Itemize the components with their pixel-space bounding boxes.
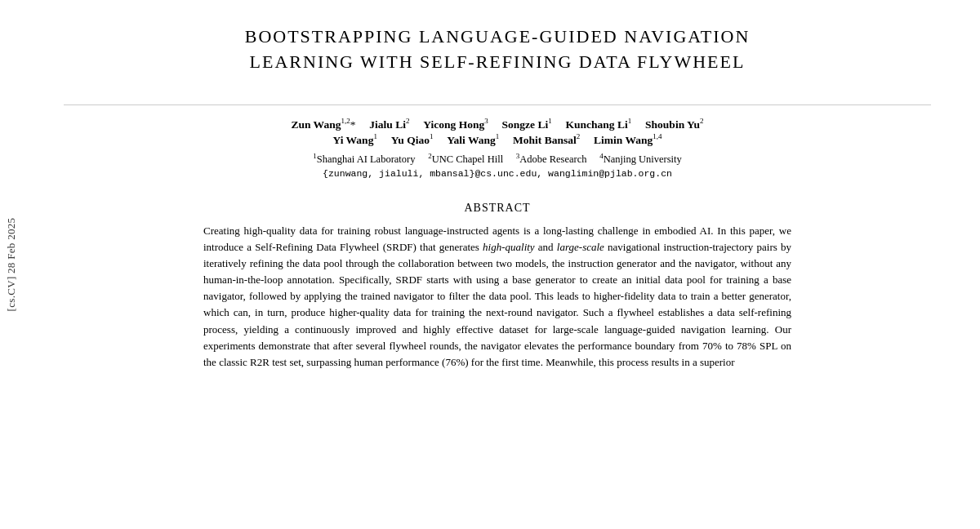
author-limin-wang: Limin Wang bbox=[594, 134, 653, 146]
author-zun-wang: Zun Wang bbox=[291, 118, 341, 130]
abstract-title: Abstract bbox=[203, 202, 791, 215]
title-divider bbox=[64, 104, 931, 105]
arxiv-side-label: [cs.CV] 28 Feb 2025 bbox=[0, 0, 23, 529]
author-mohit-bansal: Mohit Bansal bbox=[513, 134, 577, 146]
author-yali-wang: Yali Wang bbox=[447, 134, 495, 146]
authors-line1: Zun Wang1,2* Jialu Li2 Yicong Hong3 Song… bbox=[291, 117, 703, 131]
paper-content: Bootstrapping Language-Guided Navigation… bbox=[23, 0, 980, 529]
page-container: [cs.CV] 28 Feb 2025 Bootstrapping Langua… bbox=[0, 0, 980, 529]
arxiv-side-label-text: [cs.CV] 28 Feb 2025 bbox=[5, 218, 18, 312]
paper-title: Bootstrapping Language-Guided Navigation… bbox=[245, 24, 751, 75]
author-yicong-hong: Yicong Hong bbox=[423, 118, 484, 130]
author-shoubin-yu: Shoubin Yu bbox=[645, 118, 700, 130]
author-kunchang-li: Kunchang Li bbox=[566, 118, 628, 130]
affiliations-line: 1Shanghai AI Laboratory 2UNC Chapel Hill… bbox=[313, 152, 682, 166]
title-line1: Bootstrapping Language-Guided Navigation bbox=[245, 26, 751, 47]
author-songze-li: Songze Li bbox=[502, 118, 549, 130]
email-line: {zunwang, jialuli, mbansal}@cs.unc.edu, … bbox=[323, 168, 672, 179]
abstract-text: Creating high-quality data for training … bbox=[203, 223, 791, 371]
author-yi-wang: Yi Wang bbox=[332, 134, 373, 146]
authors-line2: Yi Wang1 Yu Qiao1 Yali Wang1 Mohit Bansa… bbox=[332, 132, 662, 147]
abstract-section: Abstract Creating high-quality data for … bbox=[203, 202, 791, 371]
author-jialu-li: Jialu Li bbox=[369, 118, 406, 130]
title-line2: Learning with Self-Refining Data Flywhee… bbox=[250, 51, 746, 72]
author-yu-qiao: Yu Qiao bbox=[391, 134, 430, 146]
authors-section: Zun Wang1,2* Jialu Li2 Yicong Hong3 Song… bbox=[64, 117, 931, 193]
